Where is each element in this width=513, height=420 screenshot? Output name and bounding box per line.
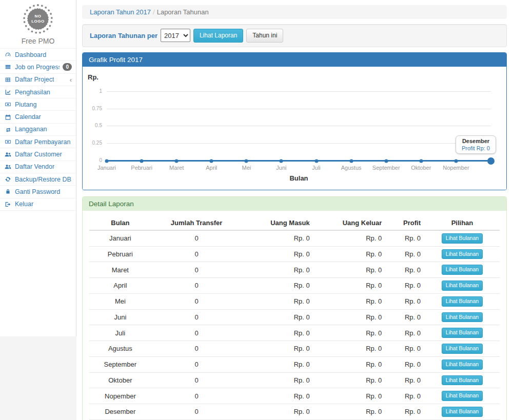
- cell-pilihan: Lihat Bulanan: [425, 293, 500, 309]
- sidebar-item-job-on-progress[interactable]: Job on Progress0: [0, 61, 76, 73]
- sidebar-item-ganti-password[interactable]: Ganti Password: [0, 186, 76, 198]
- cell-uang_keluar: Rp. 0: [314, 341, 386, 357]
- lock-icon: [4, 188, 12, 195]
- gridline: [107, 126, 491, 126]
- sidebar-item-daftar-customer[interactable]: Daftar Customer: [0, 148, 76, 161]
- cell-bulan: Desember: [89, 404, 151, 420]
- cell-bulan: Agustus: [89, 341, 151, 357]
- line-chart-icon: [4, 89, 12, 95]
- data-point-desember[interactable]: [487, 157, 495, 165]
- cell-uang_keluar: Rp. 0: [314, 293, 386, 309]
- sidebar-item-label: Daftar Pembayaran: [15, 138, 70, 146]
- profit-series-line: [107, 160, 491, 162]
- gridline: [107, 109, 491, 109]
- report-table: BulanJumlah TransferUang MasukUang Kelua…: [89, 216, 500, 420]
- data-point-agustus[interactable]: [349, 159, 353, 163]
- cell-profit: Rp. 0: [386, 341, 425, 357]
- main-content: Laporan Tahun 2017/Laporan Tahunan Lapor…: [76, 0, 513, 420]
- data-point-juli[interactable]: [314, 159, 318, 163]
- y-tick-label: 0.5: [83, 123, 102, 128]
- sidebar-item-label: Daftar Project: [15, 76, 54, 83]
- cell-pilihan: Lihat Bulanan: [425, 325, 500, 341]
- table-row: April0Rp. 0Rp. 0Rp. 0Lihat Bulanan: [89, 278, 500, 294]
- cell-jumlah_transfer: 0: [151, 325, 242, 341]
- data-point-maret[interactable]: [175, 159, 179, 163]
- sidebar-item-calendar[interactable]: Calendar: [0, 111, 76, 123]
- sidebar-item-label: Dashboard: [15, 51, 46, 58]
- cell-uang_masuk: Rp. 0: [242, 388, 313, 404]
- sidebar-item-dashboard[interactable]: Dashboard: [0, 49, 76, 61]
- view-report-button[interactable]: Lihat Laporan: [193, 29, 243, 43]
- this-year-button[interactable]: Tahun ini: [246, 29, 283, 43]
- cell-profit: Rp. 0: [386, 230, 425, 246]
- data-point-januari[interactable]: [105, 159, 109, 163]
- sidebar-item-daftar-vendor[interactable]: Daftar Vendor: [0, 161, 76, 173]
- sidebar-item-label: Daftar Vendor: [15, 163, 54, 170]
- sidebar-item-label: Ganti Password: [15, 188, 60, 195]
- year-select[interactable]: 2017: [161, 29, 190, 42]
- data-point-pebruari[interactable]: [140, 159, 144, 163]
- sidebar-item-backup-restore-db[interactable]: Backup/Restore DB: [0, 173, 76, 186]
- sidebar-item-label: Calendar: [15, 113, 41, 121]
- view-monthly-button[interactable]: Lihat Bulanan: [442, 281, 483, 291]
- cell-uang_masuk: Rp. 0: [242, 341, 313, 357]
- cell-jumlah_transfer: 0: [151, 372, 242, 388]
- sidebar-item-keluar[interactable]: Keluar: [0, 198, 76, 211]
- cell-uang_masuk: Rp. 0: [242, 356, 313, 372]
- x-tick-label: April: [206, 165, 217, 171]
- cell-bulan: Mei: [89, 293, 151, 309]
- profit-chart-panel: Grafik Profit 2017 Rp. 00.250.50.751 Jan…: [82, 52, 507, 190]
- column-header-jumlah-transfer: Jumlah Transfer: [151, 216, 242, 230]
- breadcrumb-link[interactable]: Laporan Tahun 2017: [90, 8, 151, 16]
- view-monthly-button[interactable]: Lihat Bulanan: [442, 233, 483, 244]
- view-monthly-button[interactable]: Lihat Bulanan: [442, 328, 483, 338]
- cell-uang_masuk: Rp. 0: [242, 372, 313, 388]
- cell-uang_keluar: Rp. 0: [314, 278, 386, 294]
- sign-out-icon: [4, 201, 12, 208]
- table-icon: [4, 76, 12, 83]
- chart-panel-title: Grafik Profit 2017: [83, 53, 506, 67]
- data-point-mei[interactable]: [245, 159, 248, 163]
- sidebar-item-langganan[interactable]: Langganan: [0, 124, 76, 136]
- cell-jumlah_transfer: 0: [151, 246, 242, 262]
- view-monthly-button[interactable]: Lihat Bulanan: [442, 344, 483, 354]
- table-row: Pebruari0Rp. 0Rp. 0Rp. 0Lihat Bulanan: [89, 246, 500, 262]
- breadcrumb-separator: /: [153, 8, 155, 16]
- cell-jumlah_transfer: 0: [151, 230, 242, 246]
- table-row: Desember0Rp. 0Rp. 0Rp. 0Lihat Bulanan: [89, 404, 500, 420]
- sidebar-item-daftar-pembayaran[interactable]: Daftar Pembayaran: [0, 136, 76, 148]
- logo-block: NO LOGO Free PMO: [0, 0, 76, 48]
- cell-profit: Rp. 0: [386, 262, 425, 278]
- x-tick-label: Juni: [276, 165, 286, 171]
- view-monthly-button[interactable]: Lihat Bulanan: [442, 391, 483, 401]
- view-monthly-button[interactable]: Lihat Bulanan: [442, 359, 483, 370]
- no-logo-text: NO LOGO: [27, 8, 49, 30]
- x-tick-label: Juli: [312, 165, 321, 171]
- data-point-september[interactable]: [384, 159, 388, 163]
- cell-profit: Rp. 0: [386, 246, 425, 262]
- data-point-oktober[interactable]: [419, 159, 423, 163]
- cell-uang_masuk: Rp. 0: [242, 246, 313, 262]
- table-row: Oktober0Rp. 0Rp. 0Rp. 0Lihat Bulanan: [89, 372, 500, 388]
- view-monthly-button[interactable]: Lihat Bulanan: [442, 375, 483, 386]
- view-monthly-button[interactable]: Lihat Bulanan: [442, 249, 483, 259]
- sidebar-item-penghasilan[interactable]: Penghasilan: [0, 86, 76, 98]
- sidebar: NO LOGO Free PMO DashboardJob on Progres…: [0, 0, 76, 336]
- data-point-nopember[interactable]: [454, 159, 458, 163]
- data-point-juni[interactable]: [280, 159, 283, 163]
- view-monthly-button[interactable]: Lihat Bulanan: [442, 296, 483, 307]
- data-point-april[interactable]: [210, 159, 213, 163]
- column-header-bulan: Bulan: [89, 216, 151, 230]
- tooltip-value: Profit Rp: 0: [462, 145, 490, 151]
- cell-uang_masuk: Rp. 0: [242, 309, 313, 325]
- view-monthly-button[interactable]: Lihat Bulanan: [442, 407, 483, 417]
- cell-pilihan: Lihat Bulanan: [425, 372, 500, 388]
- cell-bulan: Oktober: [89, 372, 151, 388]
- view-monthly-button[interactable]: Lihat Bulanan: [442, 265, 483, 275]
- column-header-uang-keluar: Uang Keluar: [314, 216, 386, 230]
- cell-pilihan: Lihat Bulanan: [425, 356, 500, 372]
- view-monthly-button[interactable]: Lihat Bulanan: [442, 312, 483, 323]
- table-row: Nopember0Rp. 0Rp. 0Rp. 0Lihat Bulanan: [89, 388, 500, 404]
- sidebar-item-daftar-project[interactable]: Daftar Project‹: [0, 74, 76, 86]
- sidebar-item-piutang[interactable]: Piutang: [0, 98, 76, 111]
